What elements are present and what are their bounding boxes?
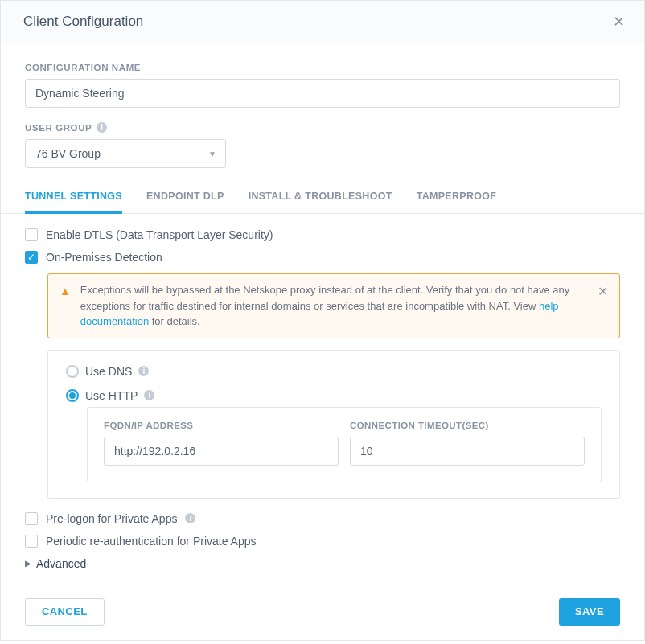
user-group-label: USER GROUP i bbox=[25, 122, 620, 133]
use-dns-radio-row[interactable]: Use DNS i bbox=[66, 365, 602, 378]
caret-right-icon: ▶ bbox=[25, 559, 31, 568]
enable-dtls-label: Enable DTLS (Data Transport Layer Securi… bbox=[46, 228, 273, 241]
client-config-modal: Client Configuration ✕ CONFIGURATION NAM… bbox=[0, 0, 645, 641]
info-icon: i bbox=[97, 122, 107, 133]
use-http-radio[interactable] bbox=[66, 389, 79, 402]
warning-alert: ▲ Exceptions will be bypassed at the Net… bbox=[47, 273, 620, 338]
use-http-label: Use HTTP bbox=[85, 389, 138, 402]
detection-panel: Use DNS i Use HTTP i FQDN/IP ADDRESS CON… bbox=[47, 350, 620, 499]
config-name-label: CONFIGURATION NAME bbox=[25, 63, 620, 72]
fqdn-label: FQDN/IP ADDRESS bbox=[104, 420, 339, 430]
pre-logon-checkbox[interactable] bbox=[25, 512, 38, 525]
tab-endpoint-dlp[interactable]: ENDPOINT DLP bbox=[146, 183, 224, 214]
user-group-select[interactable]: 76 BV Group bbox=[25, 139, 226, 168]
warning-icon: ▲ bbox=[60, 283, 71, 300]
modal-footer: CANCEL SAVE bbox=[1, 585, 644, 640]
save-button[interactable]: SAVE bbox=[559, 598, 620, 626]
modal-title: Client Configuration bbox=[23, 14, 143, 30]
tabs: TUNNEL SETTINGS ENDPOINT DLP INSTALL & T… bbox=[1, 183, 644, 214]
timeout-input[interactable] bbox=[350, 437, 585, 466]
tab-tamperproof[interactable]: TAMPERPROOF bbox=[417, 183, 497, 214]
config-name-field: CONFIGURATION NAME bbox=[25, 63, 620, 108]
user-group-label-text: USER GROUP bbox=[25, 123, 92, 133]
enable-dtls-row[interactable]: Enable DTLS (Data Transport Layer Securi… bbox=[25, 228, 620, 241]
advanced-toggle[interactable]: ▶ Advanced bbox=[25, 557, 620, 570]
cancel-button[interactable]: CANCEL bbox=[25, 598, 105, 626]
close-icon[interactable]: ✕ bbox=[613, 14, 625, 29]
timeout-field: CONNECTION TIMEOUT(SEC) bbox=[350, 420, 585, 466]
on-prem-label: On-Premises Detection bbox=[46, 251, 162, 264]
fqdn-input[interactable] bbox=[104, 437, 339, 466]
periodic-reauth-label: Periodic re-authentication for Private A… bbox=[46, 535, 256, 548]
periodic-reauth-checkbox[interactable] bbox=[25, 535, 38, 548]
periodic-reauth-row[interactable]: Periodic re-authentication for Private A… bbox=[25, 535, 620, 548]
enable-dtls-checkbox[interactable] bbox=[25, 228, 38, 241]
pre-logon-label: Pre-logon for Private Apps bbox=[46, 512, 177, 525]
info-icon: i bbox=[144, 390, 154, 400]
use-dns-radio[interactable] bbox=[66, 365, 79, 378]
modal-body: CONFIGURATION NAME USER GROUP i 76 BV Gr… bbox=[1, 43, 644, 585]
user-group-field: USER GROUP i 76 BV Group ▼ bbox=[25, 122, 620, 168]
on-prem-row[interactable]: On-Premises Detection bbox=[25, 251, 620, 264]
pre-logon-row[interactable]: Pre-logon for Private Apps i bbox=[25, 512, 620, 525]
alert-text: Exceptions will be bypassed at the Netsk… bbox=[80, 282, 588, 330]
use-dns-label: Use DNS bbox=[85, 365, 132, 378]
modal-header: Client Configuration ✕ bbox=[1, 1, 644, 43]
timeout-label: CONNECTION TIMEOUT(SEC) bbox=[350, 420, 585, 430]
info-icon: i bbox=[138, 366, 149, 376]
fqdn-field: FQDN/IP ADDRESS bbox=[104, 420, 339, 466]
advanced-label: Advanced bbox=[36, 557, 86, 570]
on-prem-checkbox[interactable] bbox=[25, 251, 38, 264]
info-icon: i bbox=[185, 513, 195, 523]
config-name-input[interactable] bbox=[25, 79, 620, 108]
alert-close-icon[interactable]: ✕ bbox=[598, 282, 608, 301]
tab-install-troubleshoot[interactable]: INSTALL & TROUBLESHOOT bbox=[249, 183, 392, 214]
use-http-radio-row[interactable]: Use HTTP i bbox=[66, 389, 602, 402]
http-subform: FQDN/IP ADDRESS CONNECTION TIMEOUT(SEC) bbox=[87, 407, 602, 482]
tab-tunnel-settings[interactable]: TUNNEL SETTINGS bbox=[25, 183, 122, 214]
